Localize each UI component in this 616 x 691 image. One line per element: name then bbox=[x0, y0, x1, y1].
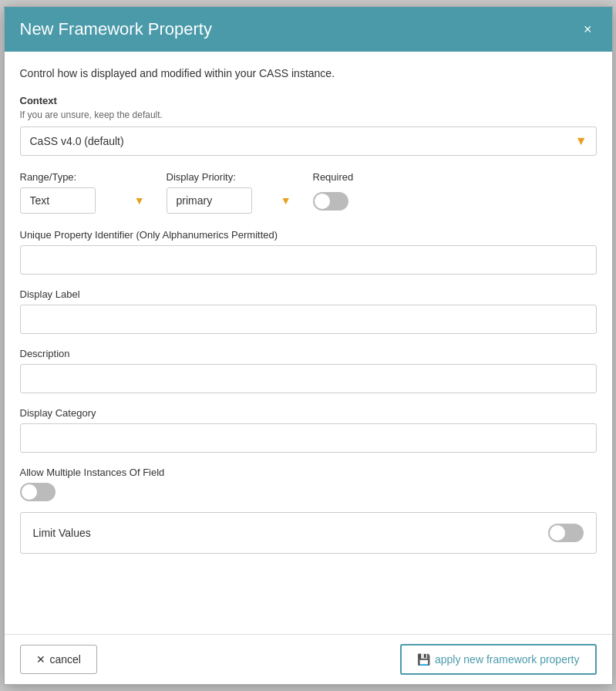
allow-multiple-section: Allow Multiple Instances Of Field bbox=[20, 467, 597, 501]
modal-body: Control how is displayed and modified wi… bbox=[5, 52, 612, 634]
display-priority-group: Display Priority: primary secondary tert… bbox=[167, 171, 298, 214]
range-type-label: Range/Type: bbox=[20, 171, 151, 183]
allow-multiple-toggle[interactable] bbox=[20, 483, 56, 501]
display-category-section: Display Category bbox=[20, 407, 597, 453]
display-label-section: Display Label bbox=[20, 288, 597, 334]
required-toggle[interactable] bbox=[313, 192, 348, 211]
allow-multiple-toggle-wrapper bbox=[20, 483, 597, 501]
required-group: Required bbox=[313, 171, 406, 211]
modal-title: New Framework Property bbox=[20, 19, 212, 39]
display-priority-select[interactable]: primary secondary tertiary bbox=[167, 187, 252, 214]
description-label: Description bbox=[20, 348, 597, 359]
display-category-label: Display Category bbox=[20, 407, 597, 419]
limit-values-box: Limit Values bbox=[20, 512, 597, 554]
apply-icon: 💾 bbox=[417, 653, 430, 666]
apply-button[interactable]: 💾 apply new framework property bbox=[400, 644, 597, 675]
required-toggle-wrapper bbox=[313, 192, 406, 211]
limit-values-label: Limit Values bbox=[33, 527, 91, 539]
range-type-arrow-icon: ▼ bbox=[134, 194, 145, 207]
row-fields: Range/Type: Text Number Date Boolean ▼ D… bbox=[20, 171, 597, 214]
display-label-input[interactable] bbox=[20, 305, 597, 334]
display-label-label: Display Label bbox=[20, 288, 597, 300]
display-priority-arrow-icon: ▼ bbox=[281, 194, 291, 207]
required-label: Required bbox=[313, 171, 406, 183]
limit-values-toggle[interactable] bbox=[548, 524, 584, 542]
display-category-input[interactable] bbox=[20, 423, 597, 453]
modal-header: New Framework Property × bbox=[5, 7, 612, 52]
context-label: Context bbox=[20, 95, 597, 106]
context-section: Context If you are unsure, keep the defa… bbox=[20, 95, 597, 156]
context-select[interactable]: CaSS v4.0 (default) CaSS v3.0 CaSS v2.0 bbox=[20, 126, 597, 156]
modal-footer: ✕ cancel 💾 apply new framework property bbox=[5, 634, 612, 684]
description-text: Control how is displayed and modified wi… bbox=[20, 67, 597, 79]
display-priority-select-wrapper: primary secondary tertiary ▼ bbox=[167, 187, 298, 214]
context-hint: If you are unsure, keep the default. bbox=[20, 110, 597, 120]
range-type-select-wrapper: Text Number Date Boolean ▼ bbox=[20, 187, 151, 214]
allow-multiple-label: Allow Multiple Instances Of Field bbox=[20, 467, 597, 478]
unique-property-label: Unique Property Identifier (Only Alphanu… bbox=[20, 229, 597, 241]
apply-label: apply new framework property bbox=[435, 653, 580, 666]
cancel-icon: ✕ bbox=[36, 653, 45, 666]
close-button[interactable]: × bbox=[579, 20, 597, 39]
context-select-wrapper: CaSS v4.0 (default) CaSS v3.0 CaSS v2.0 … bbox=[20, 126, 597, 156]
description-input[interactable] bbox=[20, 364, 597, 393]
cancel-button[interactable]: ✕ cancel bbox=[20, 645, 97, 674]
modal-container: New Framework Property × Control how is … bbox=[4, 6, 613, 685]
unique-property-input[interactable] bbox=[20, 245, 597, 275]
range-type-group: Range/Type: Text Number Date Boolean ▼ bbox=[20, 171, 151, 214]
display-priority-label: Display Priority: bbox=[167, 171, 298, 183]
description-section: Description bbox=[20, 348, 597, 393]
unique-property-section: Unique Property Identifier (Only Alphanu… bbox=[20, 229, 597, 275]
range-type-select[interactable]: Text Number Date Boolean bbox=[20, 187, 96, 214]
cancel-label: cancel bbox=[50, 653, 81, 666]
